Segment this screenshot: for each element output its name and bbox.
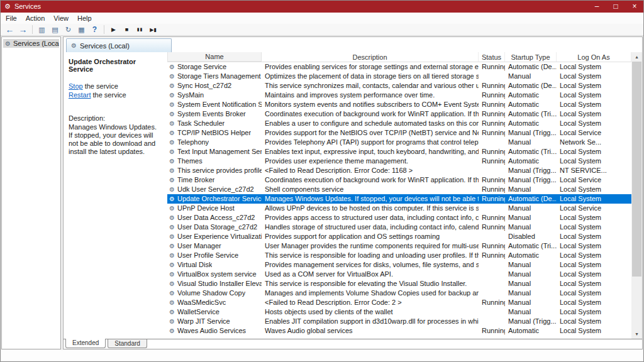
- service-gear-icon: ⚙: [169, 260, 175, 270]
- column-header-log-on-as[interactable]: Log On As: [557, 52, 631, 62]
- table-row[interactable]: ⚙TelephonyProvides Telephony API (TAPI) …: [167, 138, 631, 147]
- table-row[interactable]: ⚙Sync Host_c27d2This service synchronize…: [167, 81, 631, 90]
- table-row[interactable]: ⚙This service provides profile ...<Faile…: [167, 166, 631, 175]
- properties-icon[interactable]: ▦: [75, 25, 87, 35]
- cell-startup-type: Disabled: [505, 232, 557, 241]
- table-row[interactable]: ⚙User Data Storage_c27d2Handles storage …: [167, 222, 631, 232]
- table-row[interactable]: ⚙Update Orchestrator ServiceManages Wind…: [167, 194, 631, 204]
- table-row[interactable]: ⚙User Experience Virtualizatio...Provide…: [167, 232, 631, 241]
- cell-description: <Failed to Read Description. Error Code:…: [262, 298, 479, 307]
- service-name: User Manager: [177, 241, 221, 251]
- table-row[interactable]: ⚙Task SchedulerEnables a user to configu…: [167, 119, 631, 128]
- scroll-down-icon[interactable]: ▾: [631, 329, 642, 339]
- stop-service-icon[interactable]: ■: [121, 25, 133, 35]
- close-button[interactable]: ×: [625, 0, 644, 13]
- forward-icon[interactable]: →: [17, 25, 29, 35]
- scroll-up-icon[interactable]: ▴: [631, 52, 642, 62]
- table-row[interactable]: ⚙WalletServiceHosts objects used by clie…: [167, 307, 631, 317]
- table-row[interactable]: ⚙TCP/IP NetBIOS HelperProvides support f…: [167, 128, 631, 138]
- table-row[interactable]: ⚙System Event Notification S...Monitors …: [167, 100, 631, 109]
- panel-content: Update Orchestrator Service Stop the ser…: [64, 52, 642, 339]
- cell-log-on-as: Local System: [557, 100, 631, 109]
- show-hide-console-tree-icon[interactable]: ▥: [36, 25, 48, 35]
- table-row[interactable]: ⚙Text Input Management Ser...Enables tex…: [167, 147, 631, 156]
- help-icon[interactable]: ?: [89, 25, 101, 35]
- menu-action[interactable]: Action: [21, 13, 50, 23]
- table-row[interactable]: ⚙Waves Audio ServicesWaves Audio global …: [167, 326, 631, 336]
- service-gear-icon: ⚙: [169, 288, 175, 298]
- refresh-icon[interactable]: ↻: [62, 25, 74, 35]
- minimize-button[interactable]: –: [587, 0, 606, 13]
- cell-startup-type: Automatic (De...: [505, 194, 557, 204]
- service-gear-icon: ⚙: [169, 147, 175, 156]
- cell-description: Waves Audio global services: [262, 326, 479, 336]
- table-row[interactable]: ⚙User Data Access_c27d2Provides apps acc…: [167, 213, 631, 222]
- scrollbar-thumb[interactable]: [632, 62, 641, 277]
- cell-startup-type: Manual: [505, 72, 557, 81]
- service-name: VirtualBox system service: [177, 270, 257, 279]
- cell-description: This service is responsible for loading …: [262, 251, 479, 260]
- table-row[interactable]: ⚙Visual Studio Installer Elevat...This s…: [167, 279, 631, 288]
- cell-log-on-as: Local System: [557, 194, 631, 204]
- vertical-scrollbar[interactable]: ▴ ▾: [631, 52, 642, 339]
- column-header-startup-type[interactable]: Startup Type: [505, 52, 557, 62]
- cell-startup-type: Manual (Trigg...: [505, 166, 557, 175]
- cell-description: Used as a COM server for VirtualBox API.: [262, 270, 479, 279]
- cell-log-on-as: Local System: [557, 326, 631, 336]
- table-row[interactable]: ⚙Storage Tiers ManagementOptimizes the p…: [167, 72, 631, 81]
- column-header-description[interactable]: Description: [262, 52, 479, 62]
- table-row[interactable]: ⚙Warp JIT ServiceEnables JIT compilation…: [167, 317, 631, 326]
- table-row[interactable]: ⚙User Profile ServiceThis service is res…: [167, 251, 631, 260]
- cell-status: Running: [479, 298, 505, 307]
- cell-startup-type: Manual: [505, 288, 557, 298]
- tab-extended[interactable]: Extended: [65, 339, 106, 348]
- cell-startup-type: Automatic: [505, 119, 557, 128]
- cell-status: [479, 260, 505, 270]
- menu-view[interactable]: View: [49, 13, 73, 23]
- table-row[interactable]: ⚙User ManagerUser Manager provides the r…: [167, 241, 631, 251]
- table-row[interactable]: ⚙System Events BrokerCoordinates executi…: [167, 109, 631, 119]
- table-row[interactable]: ⚙WaaSMedicSvc<Failed to Read Description…: [167, 298, 631, 307]
- column-header-name[interactable]: Name: [167, 52, 262, 62]
- tree-item-services-local[interactable]: ⚙ Services (Local): [3, 39, 59, 48]
- table-row[interactable]: ⚙Volume Shadow CopyManages and implement…: [167, 288, 631, 298]
- cell-startup-type: Manual: [505, 185, 557, 194]
- menu-file[interactable]: File: [1, 13, 21, 23]
- cell-description: Monitors system events and notifies subs…: [262, 100, 479, 109]
- cell-name: ⚙Update Orchestrator Service: [167, 194, 262, 204]
- cell-description: Allows UPnP devices to be hosted on this…: [262, 204, 479, 213]
- cell-description: Enables text input, expressive input, to…: [262, 147, 479, 156]
- export-list-icon[interactable]: ▤: [49, 25, 61, 35]
- menu-help[interactable]: Help: [73, 13, 96, 23]
- pause-service-icon[interactable]: ▮▮: [134, 25, 146, 35]
- service-gear-icon: ⚙: [169, 232, 175, 241]
- table-row[interactable]: ⚙ThemesProvides user experience theme ma…: [167, 156, 631, 166]
- table-row[interactable]: ⚙Storage ServiceProvides enabling servic…: [167, 62, 631, 72]
- start-service-icon[interactable]: ▶: [108, 25, 119, 35]
- table-row[interactable]: ⚙VirtualBox system serviceUsed as a COM …: [167, 270, 631, 279]
- restart-service-icon[interactable]: ▶▮: [147, 25, 159, 35]
- service-gear-icon: ⚙: [169, 81, 175, 90]
- service-name: Task Scheduler: [177, 119, 225, 128]
- services-gear-icon: ⚙: [5, 40, 11, 47]
- window-title: Services: [14, 3, 41, 10]
- table-row[interactable]: ⚙Virtual DiskProvides management service…: [167, 260, 631, 270]
- cell-startup-type: Manual: [505, 307, 557, 317]
- cell-log-on-as: Local System: [557, 241, 631, 251]
- tab-standard[interactable]: Standard: [108, 339, 147, 348]
- cell-description: This service synchronizes mail, contacts…: [262, 81, 479, 90]
- restart-service-link[interactable]: Restart: [69, 91, 91, 99]
- table-row[interactable]: ⚙SysMainMaintains and improves system pe…: [167, 90, 631, 100]
- maximize-button[interactable]: □: [606, 0, 625, 13]
- cell-name: ⚙VirtualBox system service: [167, 270, 262, 279]
- cell-name: ⚙Virtual Disk: [167, 260, 262, 270]
- back-icon[interactable]: ←: [4, 25, 16, 35]
- table-row[interactable]: ⚙Time BrokerCoordinates execution of bac…: [167, 175, 631, 185]
- table-row[interactable]: ⚙UPnP Device HostAllows UPnP devices to …: [167, 204, 631, 213]
- column-header-status[interactable]: Status: [479, 52, 505, 62]
- table-row[interactable]: ⚙Udk User Service_c27d2Shell components …: [167, 185, 631, 194]
- service-name: User Experience Virtualizatio...: [177, 232, 262, 241]
- stop-service-link[interactable]: Stop: [69, 82, 83, 90]
- cell-log-on-as: Local System: [557, 81, 631, 90]
- cell-status: [479, 279, 505, 288]
